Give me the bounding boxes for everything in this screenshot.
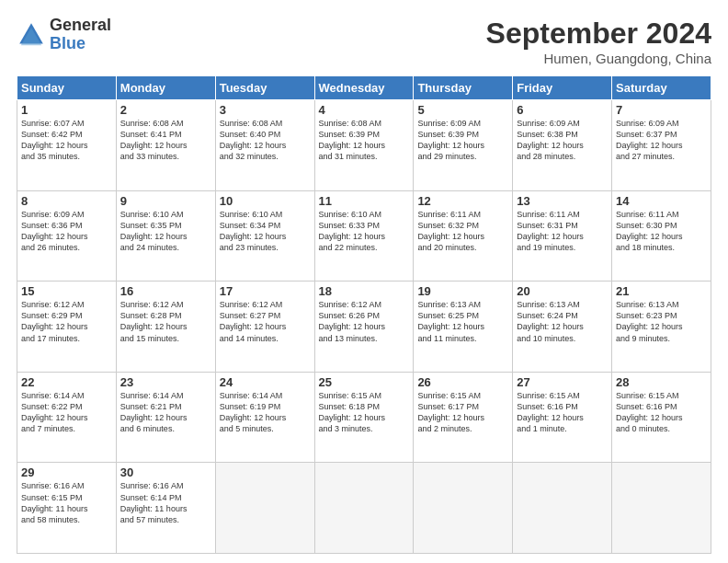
col-saturday: Saturday	[612, 76, 711, 100]
calendar-cell: 16Sunrise: 6:12 AM Sunset: 6:28 PM Dayli…	[116, 282, 215, 373]
day-info: Sunrise: 6:11 AM Sunset: 6:30 PM Dayligh…	[616, 209, 707, 254]
col-friday: Friday	[513, 76, 612, 100]
day-info: Sunrise: 6:10 AM Sunset: 6:35 PM Dayligh…	[120, 209, 211, 254]
day-number: 19	[417, 284, 508, 298]
day-number: 21	[616, 284, 707, 298]
day-info: Sunrise: 6:09 AM Sunset: 6:39 PM Dayligh…	[417, 118, 508, 163]
calendar-cell	[414, 463, 513, 554]
col-tuesday: Tuesday	[215, 76, 314, 100]
logo-icon	[17, 20, 46, 50]
day-number: 8	[21, 194, 112, 208]
day-info: Sunrise: 6:10 AM Sunset: 6:33 PM Dayligh…	[319, 209, 410, 254]
day-info: Sunrise: 6:12 AM Sunset: 6:28 PM Dayligh…	[120, 299, 211, 344]
day-info: Sunrise: 6:15 AM Sunset: 6:16 PM Dayligh…	[616, 390, 707, 435]
day-info: Sunrise: 6:15 AM Sunset: 6:16 PM Dayligh…	[517, 390, 608, 435]
calendar-cell: 12Sunrise: 6:11 AM Sunset: 6:32 PM Dayli…	[414, 190, 513, 282]
calendar-cell: 4Sunrise: 6:08 AM Sunset: 6:39 PM Daylig…	[314, 100, 414, 191]
day-number: 20	[517, 284, 608, 298]
day-info: Sunrise: 6:14 AM Sunset: 6:21 PM Dayligh…	[120, 390, 211, 435]
day-number: 14	[616, 194, 707, 208]
calendar-cell: 2Sunrise: 6:08 AM Sunset: 6:41 PM Daylig…	[116, 100, 215, 191]
day-number: 27	[517, 375, 608, 389]
day-info: Sunrise: 6:12 AM Sunset: 6:27 PM Dayligh…	[220, 299, 311, 344]
calendar-cell: 27Sunrise: 6:15 AM Sunset: 6:16 PM Dayli…	[513, 372, 612, 463]
calendar-cell: 24Sunrise: 6:14 AM Sunset: 6:19 PM Dayli…	[215, 372, 314, 463]
title-block: September 2024 Humen, Guangdong, China	[486, 17, 711, 66]
day-number: 17	[220, 284, 311, 298]
logo-text: General Blue	[50, 17, 111, 53]
day-info: Sunrise: 6:08 AM Sunset: 6:40 PM Dayligh…	[220, 118, 311, 163]
day-number: 5	[417, 103, 508, 117]
calendar-cell: 8Sunrise: 6:09 AM Sunset: 6:36 PM Daylig…	[17, 190, 117, 282]
day-info: Sunrise: 6:09 AM Sunset: 6:37 PM Dayligh…	[616, 118, 707, 163]
day-number: 9	[120, 194, 211, 208]
day-number: 10	[220, 194, 311, 208]
calendar-cell: 28Sunrise: 6:15 AM Sunset: 6:16 PM Dayli…	[612, 372, 711, 463]
calendar-cell: 20Sunrise: 6:13 AM Sunset: 6:24 PM Dayli…	[513, 282, 612, 373]
calendar-cell: 26Sunrise: 6:15 AM Sunset: 6:17 PM Dayli…	[414, 372, 513, 463]
day-info: Sunrise: 6:13 AM Sunset: 6:24 PM Dayligh…	[517, 299, 608, 344]
calendar-cell: 3Sunrise: 6:08 AM Sunset: 6:40 PM Daylig…	[215, 100, 314, 191]
day-number: 23	[120, 375, 211, 389]
day-number: 11	[319, 194, 410, 208]
day-number: 15	[21, 284, 112, 298]
day-info: Sunrise: 6:09 AM Sunset: 6:38 PM Dayligh…	[517, 118, 608, 163]
calendar-cell: 5Sunrise: 6:09 AM Sunset: 6:39 PM Daylig…	[414, 100, 513, 191]
day-number: 3	[220, 103, 311, 117]
day-number: 25	[319, 375, 410, 389]
col-monday: Monday	[116, 76, 215, 100]
day-number: 29	[21, 465, 112, 479]
calendar-header-row: Sunday Monday Tuesday Wednesday Thursday…	[17, 76, 711, 100]
calendar-cell: 9Sunrise: 6:10 AM Sunset: 6:35 PM Daylig…	[116, 190, 215, 282]
logo: General Blue	[17, 17, 111, 53]
day-number: 26	[417, 375, 508, 389]
day-info: Sunrise: 6:10 AM Sunset: 6:34 PM Dayligh…	[220, 209, 311, 254]
day-info: Sunrise: 6:11 AM Sunset: 6:32 PM Dayligh…	[417, 209, 508, 254]
day-info: Sunrise: 6:11 AM Sunset: 6:31 PM Dayligh…	[517, 209, 608, 254]
day-number: 28	[616, 375, 707, 389]
calendar-cell: 10Sunrise: 6:10 AM Sunset: 6:34 PM Dayli…	[215, 190, 314, 282]
day-number: 18	[319, 284, 410, 298]
calendar: Sunday Monday Tuesday Wednesday Thursday…	[17, 75, 711, 554]
day-info: Sunrise: 6:14 AM Sunset: 6:19 PM Dayligh…	[220, 390, 311, 435]
day-number: 12	[417, 194, 508, 208]
day-info: Sunrise: 6:12 AM Sunset: 6:26 PM Dayligh…	[319, 299, 410, 344]
calendar-cell: 23Sunrise: 6:14 AM Sunset: 6:21 PM Dayli…	[116, 372, 215, 463]
calendar-cell: 14Sunrise: 6:11 AM Sunset: 6:30 PM Dayli…	[612, 190, 711, 282]
day-number: 22	[21, 375, 112, 389]
location: Humen, Guangdong, China	[486, 51, 711, 66]
day-number: 7	[616, 103, 707, 117]
calendar-cell: 19Sunrise: 6:13 AM Sunset: 6:25 PM Dayli…	[414, 282, 513, 373]
calendar-cell: 18Sunrise: 6:12 AM Sunset: 6:26 PM Dayli…	[314, 282, 414, 373]
calendar-cell	[612, 463, 711, 554]
day-info: Sunrise: 6:12 AM Sunset: 6:29 PM Dayligh…	[21, 299, 112, 344]
day-number: 2	[120, 103, 211, 117]
day-number: 6	[517, 103, 608, 117]
day-info: Sunrise: 6:14 AM Sunset: 6:22 PM Dayligh…	[21, 390, 112, 435]
col-thursday: Thursday	[414, 76, 513, 100]
page: General Blue September 2024 Humen, Guang…	[0, 0, 728, 563]
header: General Blue September 2024 Humen, Guang…	[17, 17, 711, 66]
calendar-cell: 15Sunrise: 6:12 AM Sunset: 6:29 PM Dayli…	[17, 282, 117, 373]
day-info: Sunrise: 6:15 AM Sunset: 6:18 PM Dayligh…	[319, 390, 410, 435]
logo-general: General	[50, 17, 111, 35]
calendar-cell: 17Sunrise: 6:12 AM Sunset: 6:27 PM Dayli…	[215, 282, 314, 373]
logo-blue: Blue	[50, 35, 111, 53]
day-number: 30	[120, 465, 211, 479]
day-info: Sunrise: 6:13 AM Sunset: 6:23 PM Dayligh…	[616, 299, 707, 344]
calendar-cell: 30Sunrise: 6:16 AM Sunset: 6:14 PM Dayli…	[116, 463, 215, 554]
day-info: Sunrise: 6:09 AM Sunset: 6:36 PM Dayligh…	[21, 209, 112, 254]
day-number: 13	[517, 194, 608, 208]
calendar-cell: 7Sunrise: 6:09 AM Sunset: 6:37 PM Daylig…	[612, 100, 711, 191]
day-info: Sunrise: 6:15 AM Sunset: 6:17 PM Dayligh…	[417, 390, 508, 435]
calendar-cell: 21Sunrise: 6:13 AM Sunset: 6:23 PM Dayli…	[612, 282, 711, 373]
calendar-cell: 29Sunrise: 6:16 AM Sunset: 6:15 PM Dayli…	[17, 463, 117, 554]
calendar-cell	[215, 463, 314, 554]
calendar-cell: 6Sunrise: 6:09 AM Sunset: 6:38 PM Daylig…	[513, 100, 612, 191]
day-info: Sunrise: 6:07 AM Sunset: 6:42 PM Dayligh…	[21, 118, 112, 163]
day-info: Sunrise: 6:16 AM Sunset: 6:14 PM Dayligh…	[120, 480, 211, 525]
day-number: 24	[220, 375, 311, 389]
calendar-cell: 25Sunrise: 6:15 AM Sunset: 6:18 PM Dayli…	[314, 372, 414, 463]
col-wednesday: Wednesday	[314, 76, 414, 100]
col-sunday: Sunday	[17, 76, 117, 100]
